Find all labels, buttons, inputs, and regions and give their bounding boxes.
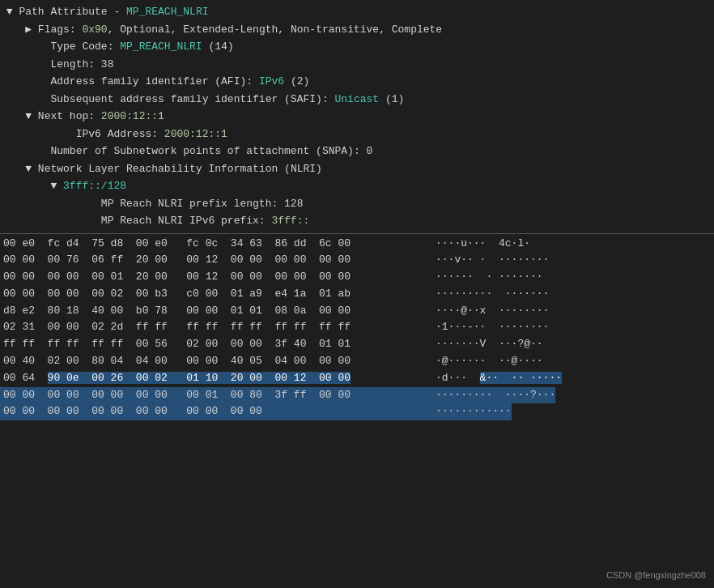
row-text-7: IPv6 Address: 2000:12::1 [76, 126, 227, 143]
tree-row-11: MP Reach NLRI prefix length: 128 [0, 195, 714, 213]
row-text-3: Length: 38 [50, 57, 113, 73]
tree-section: ▼ Path Attribute - MP_REACH_NLRI ▶ Flags… [0, 0, 714, 234]
row-text-1: Flags: 0x90, Optional, Extended-Length, … [32, 22, 442, 38]
hex-bytes-10: 00 00 00 00 00 00 00 00 00 00 00 00 [0, 403, 429, 420]
ascii-6: ·······V ···?@·· [429, 336, 543, 353]
hex-bytes-2: 00 00 00 00 00 01 20 00 00 12 00 00 00 0… [0, 269, 429, 286]
hex-row-5: 02 31 00 00 02 2d ff ff ff ff ff ff ff f… [0, 319, 714, 336]
hex-row-8: 00 64 90 0e 00 26 00 02 01 10 20 00 00 1… [0, 370, 714, 387]
hex-bytes-8: 00 64 90 0e 00 26 00 02 01 10 20 00 00 1… [0, 370, 429, 387]
hex-row-9: 00 00 00 00 00 00 00 00 00 01 00 80 3f f… [0, 387, 714, 404]
tree-row-1: ▶ Flags: 0x90, Optional, Extended-Length… [0, 21, 714, 39]
toggle-9[interactable]: ▼ [25, 161, 32, 177]
row-text-11: MP Reach NLRI prefix length: 128 [101, 196, 304, 212]
tree-row-0: ▼ Path Attribute - MP_REACH_NLRI [0, 3, 714, 21]
ascii-4: ····@··x ········ [429, 303, 549, 320]
hex-highlight-8: 90 0e 00 26 00 02 01 10 20 00 00 12 00 0… [48, 372, 351, 384]
hex-bytes-6: ff ff ff ff ff ff 00 56 02 00 00 00 3f 4… [0, 336, 429, 353]
hex-bytes-3: 00 00 00 00 00 02 00 b3 c0 00 01 a9 e4 1… [0, 286, 429, 303]
hex-row-2: 00 00 00 00 00 01 20 00 00 12 00 00 00 0… [0, 269, 714, 286]
ascii-2: ······ · ······· [429, 269, 543, 286]
toggle-10[interactable]: ▼ [50, 178, 57, 194]
ascii-0: ····u··· 4c·l· [429, 236, 530, 253]
row-text-5: Subsequent address family identifier (SA… [50, 92, 404, 108]
indent-3 [0, 57, 50, 73]
indent-11 [0, 196, 101, 212]
indent-0 [0, 4, 6, 20]
hex-bytes-1: 00 00 00 76 06 ff 20 00 00 12 00 00 00 0… [0, 252, 429, 269]
tree-row-10: ▼ 3fff::/128 [0, 177, 714, 195]
row-text-6: Next hop: 2000:12::1 [32, 109, 164, 125]
ascii-3: ········· ······· [429, 286, 549, 303]
ascii-10: ············ [429, 403, 512, 420]
tree-row-9: ▼ Network Layer Reachability Information… [0, 160, 714, 178]
hex-row-4: d8 e2 80 18 40 00 b0 78 00 00 01 01 08 0… [0, 303, 714, 320]
indent-9 [0, 161, 25, 177]
tree-row-12: MP Reach NLRI IPv6 prefix: 3fff:: [0, 212, 714, 230]
hex-bytes-5: 02 31 00 00 02 2d ff ff ff ff ff ff ff f… [0, 319, 429, 336]
indent-12 [0, 213, 101, 229]
hex-bytes-0: 00 e0 fc d4 75 d8 00 e0 fc 0c 34 63 86 d… [0, 236, 429, 253]
ascii-highlight-8: &·· ·· ····· [480, 372, 562, 384]
ascii-8: ·d··· &·· ·· ····· [429, 370, 562, 387]
tree-row-4: Address family identifier (AFI): IPv6 (2… [0, 73, 714, 91]
hex-bytes-7: 00 40 02 00 80 04 04 00 00 00 40 05 04 0… [0, 353, 429, 370]
hex-row-1: 00 00 00 76 06 ff 20 00 00 12 00 00 00 0… [0, 252, 714, 269]
row-text-0: Path Attribute - MP_REACH_NLRI [13, 4, 209, 20]
indent-4 [0, 74, 50, 90]
hex-bytes-9: 00 00 00 00 00 00 00 00 00 01 00 80 3f f… [0, 387, 429, 404]
hex-row-3: 00 00 00 00 00 02 00 b3 c0 00 01 a9 e4 1… [0, 286, 714, 303]
hex-row-6: ff ff ff ff ff ff 00 56 02 00 00 00 3f 4… [0, 336, 714, 353]
row-text-4: Address family identifier (AFI): IPv6 (2… [50, 74, 309, 90]
tree-row-6: ▼ Next hop: 2000:12::1 [0, 108, 714, 126]
hex-row-7: 00 40 02 00 80 04 04 00 00 00 40 05 04 0… [0, 353, 714, 370]
indent-2 [0, 39, 50, 55]
indent-6 [0, 109, 25, 125]
hex-row-0: 00 e0 fc d4 75 d8 00 e0 fc 0c 34 63 86 d… [0, 236, 714, 253]
watermark: CSDN @fengxingzhe008 [606, 570, 706, 580]
ascii-5: ·1···-·· ········ [429, 319, 549, 336]
tree-row-3: Length: 38 [0, 56, 714, 74]
hex-bytes-4: d8 e2 80 18 40 00 b0 78 00 00 01 01 08 0… [0, 303, 429, 320]
ascii-1: ···v·· · ········ [429, 252, 549, 269]
indent-5 [0, 92, 50, 108]
row-text-9: Network Layer Reachability Information (… [32, 161, 322, 177]
tree-row-7: IPv6 Address: 2000:12::1 [0, 126, 714, 143]
main-container: ▼ Path Attribute - MP_REACH_NLRI ▶ Flags… [0, 0, 714, 422]
row-text-8: Number of Subnetwork points of attachmen… [50, 143, 372, 160]
tree-row-5: Subsequent address family identifier (SA… [0, 91, 714, 109]
tree-row-2: Type Code: MP_REACH_NLRI (14) [0, 38, 714, 56]
indent-7 [0, 126, 76, 143]
hex-row-10: 00 00 00 00 00 00 00 00 00 00 00 00 ····… [0, 403, 714, 420]
hex-section: 00 e0 fc d4 75 d8 00 e0 fc 0c 34 63 86 d… [0, 234, 714, 423]
tree-row-8: Number of Subnetwork points of attachmen… [0, 143, 714, 160]
indent-8 [0, 143, 50, 160]
ascii-7: ·@······ ··@···· [429, 353, 543, 370]
toggle-1[interactable]: ▶ [25, 22, 32, 38]
row-text-2: Type Code: MP_REACH_NLRI (14) [50, 39, 233, 55]
row-text-12: MP Reach NLRI IPv6 prefix: 3fff:: [101, 213, 309, 229]
ascii-9: ········· ····?··· [429, 387, 555, 404]
toggle-0[interactable]: ▼ [6, 4, 13, 20]
row-text-10: 3fff::/128 [57, 178, 126, 194]
toggle-6[interactable]: ▼ [25, 109, 32, 125]
indent-10 [0, 178, 50, 194]
indent-1 [0, 22, 25, 38]
